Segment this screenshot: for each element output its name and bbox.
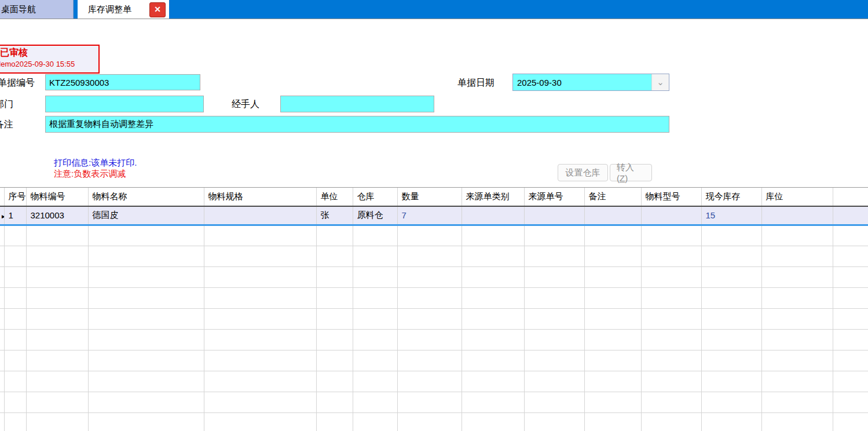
table-cell-empty[interactable] (397, 225, 462, 246)
table-cell-empty[interactable] (4, 266, 26, 287)
table-row-empty[interactable] (0, 329, 868, 350)
remark-field[interactable]: 根据重复物料自动调整差异 (45, 116, 669, 133)
col-header-name[interactable]: 物料名称 (88, 188, 204, 206)
table-cell-empty[interactable] (204, 412, 316, 431)
col-header-seq[interactable]: 序号 (4, 188, 26, 206)
table-cell-empty[interactable] (701, 266, 761, 287)
col-header-qty[interactable]: 数量 (397, 188, 462, 206)
cell-remark[interactable] (584, 206, 641, 225)
table-cell-empty[interactable] (4, 392, 26, 412)
table-row-empty[interactable] (0, 350, 868, 371)
table-cell-empty[interactable] (4, 287, 26, 308)
table-cell-empty[interactable] (462, 287, 524, 308)
table-cell-empty[interactable] (353, 329, 397, 350)
chevron-down-icon[interactable]: ⌄ (651, 74, 669, 90)
transfer-in-button[interactable]: 转入(Z) (610, 164, 652, 181)
table-cell-empty[interactable] (462, 412, 524, 431)
table-cell-empty[interactable] (88, 371, 204, 392)
table-cell-empty[interactable] (701, 392, 761, 412)
table-cell-empty[interactable] (204, 225, 316, 246)
table-cell-empty[interactable] (4, 412, 26, 431)
table-cell-empty[interactable] (88, 266, 204, 287)
table-cell-empty[interactable] (584, 225, 641, 246)
table-cell-empty[interactable] (353, 392, 397, 412)
table-cell-empty[interactable] (316, 287, 353, 308)
table-cell-empty[interactable] (641, 371, 701, 392)
table-cell-empty[interactable] (316, 329, 353, 350)
col-header-location[interactable]: 库位 (761, 188, 833, 206)
table-cell-empty[interactable] (462, 308, 524, 329)
table-cell-empty[interactable] (761, 350, 833, 371)
table-cell-empty[interactable] (88, 392, 204, 412)
table-cell-empty[interactable] (26, 225, 88, 246)
table-cell-empty[interactable] (316, 371, 353, 392)
table-cell-empty[interactable] (701, 287, 761, 308)
tab-desktop-navigation[interactable]: 桌面导航 (0, 0, 74, 19)
table-row-empty[interactable] (0, 246, 868, 266)
table-cell-empty[interactable] (204, 287, 316, 308)
table-cell-empty[interactable] (88, 246, 204, 266)
table-cell-empty[interactable] (761, 412, 833, 431)
table-cell-empty[interactable] (204, 308, 316, 329)
doc-date-combo[interactable]: 2025-09-30 ⌄ (512, 74, 669, 91)
table-cell-empty[interactable] (761, 246, 833, 266)
table-cell-empty[interactable] (524, 392, 584, 412)
col-header-stock[interactable]: 现今库存 (701, 188, 761, 206)
table-cell-empty[interactable] (641, 350, 701, 371)
table-cell-empty[interactable] (584, 308, 641, 329)
table-cell-empty[interactable] (701, 308, 761, 329)
table-cell-empty[interactable] (584, 287, 641, 308)
table-cell-empty[interactable] (641, 287, 701, 308)
table-cell-empty[interactable] (701, 329, 761, 350)
table-cell-empty[interactable] (584, 329, 641, 350)
table-cell-empty[interactable] (524, 225, 584, 246)
table-cell-empty[interactable] (397, 308, 462, 329)
table-cell-empty[interactable] (4, 308, 26, 329)
table-cell-empty[interactable] (641, 392, 701, 412)
table-cell-empty[interactable] (761, 287, 833, 308)
table-cell-empty[interactable] (26, 329, 88, 350)
table-row-selected[interactable]: ► 1 3210003 德国皮 张 原料仓 7 15 (0, 206, 868, 225)
table-cell-empty[interactable] (316, 392, 353, 412)
table-cell-empty[interactable] (641, 412, 701, 431)
table-cell-empty[interactable] (701, 371, 761, 392)
table-cell-empty[interactable] (761, 329, 833, 350)
table-cell-empty[interactable] (353, 350, 397, 371)
table-cell-empty[interactable] (26, 246, 88, 266)
table-cell-empty[interactable] (204, 371, 316, 392)
cell-name[interactable]: 德国皮 (88, 206, 204, 225)
table-cell-empty[interactable] (524, 412, 584, 431)
table-cell-empty[interactable] (4, 225, 26, 246)
table-cell-empty[interactable] (584, 350, 641, 371)
table-cell-empty[interactable] (462, 329, 524, 350)
table-row-empty[interactable] (0, 412, 868, 431)
col-header-src-type[interactable]: 来源单类别 (462, 188, 524, 206)
table-cell-empty[interactable] (353, 371, 397, 392)
table-cell-empty[interactable] (204, 350, 316, 371)
table-cell-empty[interactable] (524, 371, 584, 392)
table-row-empty[interactable] (0, 266, 868, 287)
cell-stock[interactable]: 15 (701, 206, 761, 225)
cell-src-type[interactable] (462, 206, 524, 225)
cell-code[interactable]: 3210003 (26, 206, 88, 225)
cell-warehouse[interactable]: 原料仓 (353, 206, 397, 225)
col-header-spec[interactable]: 物料规格 (204, 188, 316, 206)
table-cell-empty[interactable] (204, 392, 316, 412)
table-cell-empty[interactable] (316, 266, 353, 287)
table-cell-empty[interactable] (26, 266, 88, 287)
table-row-empty[interactable] (0, 392, 868, 412)
table-cell-empty[interactable] (641, 225, 701, 246)
table-cell-empty[interactable] (761, 225, 833, 246)
table-cell-empty[interactable] (204, 266, 316, 287)
table-cell-empty[interactable] (524, 266, 584, 287)
table-cell-empty[interactable] (397, 371, 462, 392)
table-cell-empty[interactable] (584, 412, 641, 431)
table-cell-empty[interactable] (88, 308, 204, 329)
table-cell-empty[interactable] (26, 350, 88, 371)
table-row-empty[interactable] (0, 225, 868, 246)
table-cell-empty[interactable] (761, 308, 833, 329)
table-cell-empty[interactable] (204, 329, 316, 350)
table-cell-empty[interactable] (701, 246, 761, 266)
table-cell-empty[interactable] (761, 371, 833, 392)
table-cell-empty[interactable] (353, 287, 397, 308)
